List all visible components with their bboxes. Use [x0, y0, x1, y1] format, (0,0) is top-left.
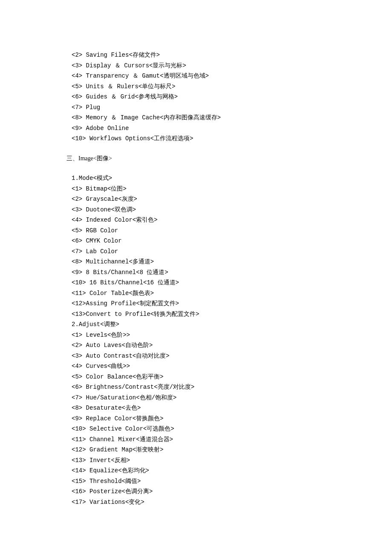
list-item: <9> Replace Color<替换颜色>	[72, 413, 392, 424]
subsection-heading-adjust: 2.Adjust<调整>	[72, 319, 392, 330]
list-item: <14> Equalize<色彩均化>	[72, 465, 392, 476]
list-item: <6> Guides ＆ Grid<参考线与网格>	[72, 92, 392, 102]
list-item: <4> Indexed Color<索引色>	[72, 215, 392, 225]
list-item: <6> Brightness/Contrast<亮度/对比度>	[72, 382, 392, 393]
list-item: <5> Color Balance<色彩平衡>	[72, 372, 392, 382]
list-item: <4> Curves<曲线>>	[72, 361, 392, 372]
list-item: <10> 16 Bits/Channel<16 位通道>	[72, 278, 392, 288]
list-item: <3> Auto Contrast<自动对比度>	[72, 351, 392, 361]
list-item: <2> Grayscale<灰度>	[72, 194, 392, 205]
list-item: <3> Display ＆ Cursors<显示与光标>	[72, 61, 392, 71]
list-item: <3> Duotone<双色调>	[72, 205, 392, 215]
list-item: <7> Plug	[72, 102, 392, 113]
list-item: <1> Levels<色阶>>	[72, 330, 392, 341]
list-item: <9> Adobe Online	[72, 123, 392, 134]
list-item: <6> CMYK Color	[72, 236, 392, 246]
list-item: <12>Assing Profile<制定配置文件>	[72, 298, 392, 309]
list-item: <13>Convert to Profile<转换为配置文件>	[72, 309, 392, 320]
list-item: <13> Invert<反相>	[72, 455, 392, 466]
list-item: <2> Saving Files<存储文件>	[72, 50, 392, 61]
list-item: <2> Auto Laves<自动色阶>	[72, 340, 392, 351]
list-item: <7> Lab Color	[72, 246, 392, 257]
list-item: <1> Bitmap<位图>	[72, 184, 392, 194]
list-item: <8> Desaturate<去色>	[72, 403, 392, 413]
list-item: <9> 8 Bits/Channel<8 位通道>	[72, 267, 392, 278]
list-item: <17> Variations<变化>	[72, 497, 392, 508]
list-item: <8> Multichannel<多通道>	[72, 257, 392, 267]
list-item: <7> Hue/Saturation<色相/饱和度>	[72, 393, 392, 403]
list-item: <15> Threshold<阈值>	[72, 476, 392, 487]
list-item: <10> Selective Color<可选颜色>	[72, 424, 392, 434]
list-item: <11> Channel Mixer<通道混合器>	[72, 434, 392, 445]
list-item: <16> Posterize<色调分离>	[72, 486, 392, 497]
list-item: <5> RGB Color	[72, 225, 392, 236]
list-item: <11> Color Table<颜色表>	[72, 288, 392, 299]
list-item: <4> Transparency ＆ Gamut<透明区域与色域>	[72, 71, 392, 81]
list-item: <10> Workflows Options<工作流程选项>	[72, 133, 392, 144]
list-item: <12> Gradient Map<渐变映射>	[72, 445, 392, 455]
subsection-heading-mode: 1.Mode<模式>	[72, 173, 392, 184]
list-item: <5> Units ＆ Rulers<单位与标尺>	[72, 81, 392, 92]
list-item: <8> Memory ＆ Image Cache<内存和图像高速缓存>	[72, 113, 392, 123]
section-heading-image: 三、Image<图像>	[66, 153, 392, 164]
